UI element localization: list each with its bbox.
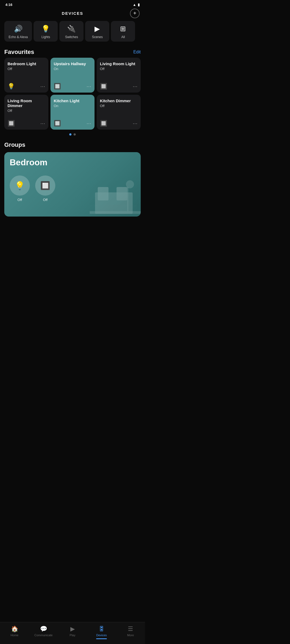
- svg-point-4: [126, 180, 134, 188]
- switches-icon: 🔌: [67, 25, 76, 33]
- fav-card-title-bedroom-light: Bedroom Light: [8, 61, 45, 66]
- group-device-bedroom-0: 💡 Off: [10, 175, 30, 202]
- bedroom-illustration: [90, 176, 141, 217]
- svg-rect-2: [117, 187, 127, 200]
- fav-card-bottom-living-room-dimmer: 🔲 ⋯: [8, 120, 45, 127]
- favourites-section-header: Favourites Edit: [0, 44, 145, 58]
- category-switches[interactable]: 🔌 Switches: [59, 21, 84, 42]
- fav-more-button-living-room-dimmer[interactable]: ⋯: [40, 120, 45, 126]
- group-device-label-bedroom-1: Off: [43, 198, 48, 202]
- lights-icon: 💡: [41, 25, 50, 33]
- svg-rect-5: [127, 187, 128, 211]
- fav-device-icon-living-room-dimmer: 🔲: [8, 120, 15, 127]
- fav-card-status-bedroom-light: Off: [8, 67, 45, 71]
- favourites-title: Favourites: [4, 49, 34, 56]
- fav-device-icon-kitchen-light: 🔲: [54, 120, 61, 127]
- fav-card-bedroom-light[interactable]: Bedroom Light Off 💡 ⋯: [4, 58, 48, 93]
- switches-label: Switches: [65, 35, 78, 39]
- battery-icon: ▮: [138, 3, 140, 7]
- lights-label: Lights: [41, 35, 50, 39]
- scenes-label: Scenes: [92, 35, 103, 39]
- fav-card-title-kitchen-dimmer: Kitchen Dimmer: [100, 98, 137, 103]
- group-card-bedroom[interactable]: Bedroom 💡 Off 🔲 Off: [4, 152, 141, 217]
- category-scenes[interactable]: ▶ Scenes: [85, 21, 109, 42]
- fav-card-title-living-room-light: Living Room Light: [100, 61, 137, 66]
- status-bar: 4:16 ▲ ▮: [0, 0, 145, 8]
- fav-more-button-upstairs-hallway[interactable]: ⋯: [86, 83, 91, 89]
- page-title: DEVICES: [62, 11, 83, 16]
- fav-card-title-kitchen-light: Kitchen Light: [54, 98, 91, 103]
- fav-card-title-living-room-dimmer: Living Room Dimmer: [8, 98, 45, 108]
- echo-icon: 🔊: [14, 25, 23, 33]
- fav-device-icon-upstairs-hallway: 🔲: [54, 83, 61, 90]
- fav-more-button-bedroom-light[interactable]: ⋯: [40, 83, 45, 89]
- fav-device-icon-living-room-light: 🔲: [100, 83, 107, 90]
- fav-device-icon-kitchen-dimmer: 🔲: [100, 120, 107, 127]
- svg-rect-3: [90, 211, 141, 214]
- groups-section: Groups Bedroom 💡 Off 🔲 Off: [0, 137, 145, 217]
- status-time: 4:16: [5, 3, 12, 7]
- fav-card-bottom-kitchen-light: 🔲 ⋯: [54, 120, 91, 127]
- page-dot-0: [69, 133, 71, 136]
- fav-card-living-room-dimmer[interactable]: Living Room Dimmer Off 🔲 ⋯: [4, 95, 48, 130]
- fav-more-button-living-room-light[interactable]: ⋯: [133, 83, 137, 89]
- fav-card-bottom-living-room-light: 🔲 ⋯: [100, 83, 137, 90]
- groups-title: Groups: [4, 141, 141, 148]
- group-device-bedroom-1: 🔲 Off: [35, 175, 55, 202]
- fav-card-bottom-upstairs-hallway: 🔲 ⋯: [54, 83, 91, 90]
- all-icon: ⊞: [120, 25, 126, 33]
- fav-card-bottom-kitchen-dimmer: 🔲 ⋯: [100, 120, 137, 127]
- fav-card-bottom-bedroom-light: 💡 ⋯: [8, 83, 45, 90]
- category-echo[interactable]: 🔊 Echo & Alexa: [4, 21, 32, 42]
- fav-card-title-upstairs-hallway: Upstairs Hallway: [54, 61, 91, 66]
- groups-container: Bedroom 💡 Off 🔲 Off: [4, 152, 141, 217]
- fav-device-icon-bedroom-light: 💡: [8, 83, 15, 90]
- group-device-label-bedroom-0: Off: [17, 198, 22, 202]
- all-label: All: [121, 35, 125, 39]
- scenes-icon: ▶: [95, 25, 100, 33]
- page-header: DEVICES +: [0, 8, 145, 18]
- wifi-icon: ▲: [133, 3, 136, 7]
- fav-card-status-living-room-dimmer: Off: [8, 109, 45, 113]
- category-list: 🔊 Echo & Alexa 💡 Lights 🔌 Switches ▶ Sce…: [0, 18, 145, 44]
- fav-card-status-kitchen-light: On: [54, 104, 91, 108]
- fav-card-status-upstairs-hallway: On: [54, 67, 91, 71]
- edit-favourites-button[interactable]: Edit: [133, 50, 141, 54]
- echo-label: Echo & Alexa: [9, 35, 28, 39]
- group-device-icon-bedroom-1: 🔲: [35, 175, 55, 196]
- fav-card-living-room-light[interactable]: Living Room Light Off 🔲 ⋯: [97, 58, 141, 93]
- category-all[interactable]: ⊞ All: [111, 21, 135, 42]
- category-lights[interactable]: 💡 Lights: [34, 21, 58, 42]
- svg-rect-1: [98, 187, 108, 200]
- add-device-button[interactable]: +: [130, 9, 140, 18]
- group-device-icon-bedroom-0: 💡: [10, 175, 30, 196]
- page-dot-1: [74, 133, 76, 136]
- fav-card-upstairs-hallway[interactable]: Upstairs Hallway On 🔲 ⋯: [50, 58, 95, 93]
- group-name-bedroom: Bedroom: [10, 158, 135, 167]
- fav-more-button-kitchen-dimmer[interactable]: ⋯: [133, 120, 137, 126]
- fav-card-kitchen-light[interactable]: Kitchen Light On 🔲 ⋯: [50, 95, 95, 130]
- page-dots: [0, 130, 145, 137]
- fav-card-kitchen-dimmer[interactable]: Kitchen Dimmer Off 🔲 ⋯: [97, 95, 141, 130]
- fav-card-status-kitchen-dimmer: Off: [100, 104, 137, 108]
- add-icon: +: [133, 10, 136, 16]
- favourites-grid: Bedroom Light Off 💡 ⋯ Upstairs Hallway O…: [0, 58, 145, 130]
- status-icons: ▲ ▮: [133, 3, 140, 7]
- fav-more-button-kitchen-light[interactable]: ⋯: [86, 120, 91, 126]
- fav-card-status-living-room-light: Off: [100, 67, 137, 71]
